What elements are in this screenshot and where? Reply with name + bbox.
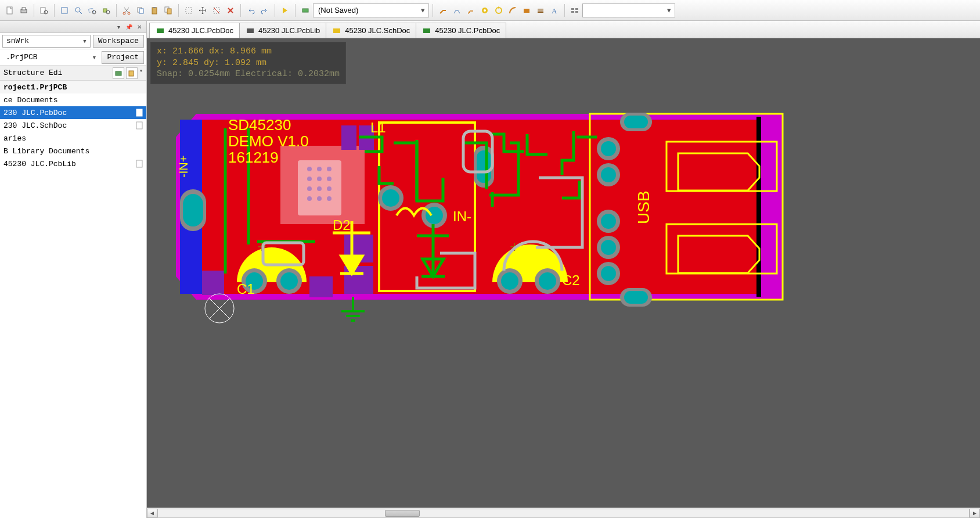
zoom-component-button[interactable] [100,4,113,17]
svg-text:C1: C1 [237,281,255,297]
svg-point-61 [307,186,312,191]
array-button[interactable] [568,4,581,17]
svg-text:L1: L1 [370,120,386,135]
tree-item[interactable]: 230 JLC.SchDoc [0,119,146,132]
deselect-button[interactable] [210,4,223,17]
structure-dropdown-icon[interactable]: ▾ [139,67,143,79]
duplicate-button[interactable] [162,4,175,17]
svg-point-57 [327,167,332,171]
tree-item[interactable]: 230 JLC.PcbDoc [0,106,146,119]
paste-button[interactable] [148,4,161,17]
tree-item-label: aries [3,134,26,143]
copy-button[interactable] [134,4,147,17]
text-button[interactable]: A [548,4,561,17]
pad-button[interactable] [492,4,505,17]
tab-schdoc[interactable]: 45230 JLC.SchDoc [326,23,416,38]
svg-point-90 [539,272,556,290]
svg-rect-42 [247,28,254,33]
tab-label: 45230 JLC.PcbDoc [435,26,500,35]
tree-item[interactable]: ce Documents [0,93,146,106]
tree-item[interactable]: aries [0,132,146,145]
saved-state-label: (Not Saved) [318,6,358,15]
tab-pcbdoc[interactable]: 45230 JLC.PcbDoc [149,23,240,38]
svg-point-60 [327,177,332,181]
svg-rect-16 [152,8,157,14]
new-file-button[interactable] [3,4,16,17]
project-panel: ▾ 📌 ✕ snWrk Workspace .PrjPCB Project St… [0,21,147,518]
coord-y-line: y: 2.845 dy: 1.092 mm [157,57,340,69]
svg-rect-76 [183,194,203,226]
tree-item[interactable]: B Library Documents [0,145,146,157]
zoom-selected-button[interactable] [86,4,99,17]
svg-rect-22 [302,9,308,12]
panel-pin-icon[interactable]: 📌 [124,22,134,31]
zoom-area-button[interactable] [72,4,85,17]
saved-state-combo[interactable]: (Not Saved) [313,3,429,17]
scroll-left-icon[interactable]: ◄ [147,509,157,518]
panel-close-icon[interactable]: ✕ [135,22,144,31]
undo-button[interactable] [244,4,257,17]
layer-combo[interactable] [582,3,675,17]
route-diff-button[interactable] [451,4,463,17]
region-button[interactable] [534,4,547,17]
scroll-thumb[interactable] [385,510,420,517]
pcb-canvas[interactable]: x: 21.666 dx: 8.966 mm y: 2.845 dy: 1.09… [147,38,980,518]
svg-line-7 [80,12,82,14]
document-icon [135,108,144,117]
tree-item-label: 230 JLC.SchDoc [3,121,67,130]
run-button[interactable] [279,4,291,17]
tab-pcbdoc-2[interactable]: 45230 JLC.PcbDoc [416,23,506,38]
tree-root[interactable]: roject1.PrjPCB [0,81,146,93]
document-icon [135,159,144,168]
select-rect-button[interactable] [182,4,195,17]
horizontal-scrollbar[interactable]: ◄ ► [147,508,980,518]
svg-rect-35 [575,11,578,13]
svg-point-66 [327,196,332,201]
zoom-fit-button[interactable] [58,4,71,17]
svg-rect-39 [136,122,142,129]
svg-rect-27 [524,9,529,13]
svg-rect-3 [41,8,45,13]
via-button[interactable] [478,4,491,17]
document-icon [135,121,144,130]
scroll-track[interactable] [157,509,970,518]
workspace-combo[interactable]: snWrk [2,35,91,48]
cut-button[interactable] [120,4,133,17]
workspace-combo-value: snWrk [6,37,29,45]
scroll-right-icon[interactable]: ► [970,509,980,518]
svg-rect-86 [477,150,491,183]
redo-button[interactable] [258,4,271,17]
route-multi-button[interactable] [464,4,477,17]
tab-label: 45230 JLC.PcbLib [258,26,320,35]
arc-button[interactable] [506,4,519,17]
structure-icon-2[interactable] [126,67,138,79]
clear-button[interactable] [224,4,237,17]
coord-snap-line: Snap: 0.0254mm Electrical: 0.2032mm [157,69,340,80]
structure-icon-1[interactable] [113,67,124,79]
tab-pcblib[interactable]: 45230 JLC.PcbLib [239,23,326,38]
workspace-button[interactable]: Workspace [93,35,144,48]
svg-point-63 [327,186,332,191]
svg-rect-36 [116,71,121,75]
panel-dropdown-icon[interactable]: ▾ [114,22,123,31]
route-track-button[interactable] [437,4,449,17]
component-place-button[interactable] [299,4,312,17]
svg-rect-72 [202,271,224,295]
tree-item[interactable]: 45230 JLC.PcbLib [0,157,146,170]
svg-point-6 [75,8,80,12]
svg-rect-44 [423,28,430,33]
project-tree: roject1.PrjPCB ce Documents 230 JLC.PcbD… [0,81,146,518]
svg-rect-104 [624,291,648,304]
preview-button[interactable] [38,4,51,17]
svg-rect-34 [571,11,574,13]
svg-point-58 [307,177,312,181]
print-button[interactable] [17,4,30,17]
fill-button[interactable] [520,4,533,17]
move-button[interactable] [196,4,209,17]
document-tabs: 45230 JLC.PcbDoc 45230 JLC.PcbLib 45230 … [147,21,980,38]
svg-rect-43 [333,28,340,33]
project-button[interactable]: Project [102,51,144,64]
panel-header: ▾ 📌 ✕ [0,21,146,33]
svg-rect-102 [624,116,648,128]
svg-rect-15 [139,9,143,13]
